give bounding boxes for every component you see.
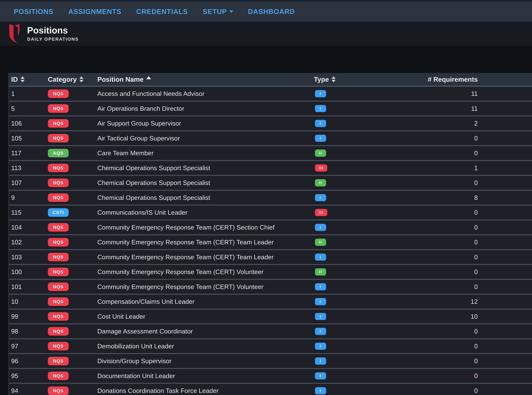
column-header-id[interactable]: ID [9, 76, 46, 83]
category-badge: NQS [48, 223, 69, 231]
table-row[interactable]: 103 NQS Community Emergency Response Tea… [9, 250, 532, 265]
page-title-block: Positions DAILY OPERATIONS [27, 26, 79, 42]
tab-label: POSITIONS [14, 8, 54, 16]
type-badge: I [315, 105, 326, 112]
tab-setup[interactable]: SETUP [195, 2, 241, 25]
cell-position-name: Demobilization Unit Leader [97, 342, 312, 350]
cell-partially-qualified: 0 [482, 164, 532, 172]
table-row[interactable]: 97 NQS Demobilization Unit Leader I 0 0 … [9, 339, 532, 354]
cell-partially-qualified: 0 [482, 179, 532, 187]
cell-requirements: 0 [376, 283, 482, 291]
cell-position-name: Community Emergency Response Team (CERT)… [97, 268, 312, 275]
cell-id: 1 [9, 90, 46, 97]
column-label: # Requirements [428, 76, 478, 83]
table-row[interactable]: 101 NQS Community Emergency Response Tea… [9, 280, 532, 295]
cell-partially-qualified: 0 [482, 357, 532, 365]
cell-requirements: 0 [376, 135, 482, 142]
cell-partially-qualified: 0 [482, 268, 532, 275]
category-badge: NQS [48, 386, 69, 395]
cell-id: 115 [9, 209, 46, 216]
cell-requirements: 0 [376, 224, 482, 231]
sort-icon [79, 76, 83, 82]
tab-dashboard[interactable]: DASHBOARD [241, 2, 302, 25]
tab-credentials[interactable]: CREDENTIALS [129, 2, 195, 25]
cell-partially-qualified: 0 [482, 253, 532, 261]
table-row[interactable]: 100 NQS Community Emergency Response Tea… [9, 265, 532, 280]
tab-assignments[interactable]: ASSIGNMENTS [61, 2, 129, 25]
sort-icon [21, 76, 25, 82]
type-badge: II [315, 268, 326, 275]
caret-down-icon [230, 11, 233, 13]
column-label: ID [11, 76, 18, 83]
cell-requirements: 8 [376, 194, 482, 201]
table-row[interactable]: 96 NQS Division/Group Supervisor I 0 0 0 [9, 354, 532, 369]
column-header-type[interactable]: Type [312, 76, 376, 83]
table-row[interactable]: 10 NQS Compensation/Claims Unit Leader I… [9, 295, 532, 310]
cell-id: 107 [9, 179, 46, 187]
type-badge: I [315, 387, 326, 394]
page-title: Positions [27, 26, 79, 35]
table-row[interactable]: 98 NQS Damage Assessment Coordinator I 0… [9, 324, 532, 339]
cell-partially-qualified: 0 [482, 372, 532, 379]
cell-partially-qualified: 0 [482, 238, 532, 246]
cell-partially-qualified: 7 [482, 105, 532, 112]
table-row[interactable]: 102 NQS Community Emergency Response Tea… [9, 235, 532, 250]
tab-label: SETUP [203, 8, 227, 16]
cell-id: 94 [9, 387, 46, 394]
cell-id: 10 [9, 298, 46, 305]
type-badge: I [315, 343, 326, 350]
window-top-strip [0, 0, 532, 2]
cell-id: 113 [9, 164, 46, 172]
cell-requirements: 11 [376, 90, 482, 97]
table-row[interactable]: 5 NQS Air Operations Branch Director I 1… [9, 102, 532, 117]
cell-id: 103 [9, 253, 46, 261]
cell-position-name: Community Emergency Response Team (CERT)… [97, 283, 312, 291]
type-badge: I [315, 357, 326, 365]
table-row[interactable]: 9 NQS Chemical Operations Support Specia… [9, 191, 532, 206]
table-row[interactable]: 95 NQS Documentation Unit Leader I 0 0 0 [9, 369, 532, 384]
cell-id: 101 [9, 283, 46, 291]
category-badge: NQS [48, 89, 69, 98]
table-row[interactable]: 1 NQS Access and Functional Needs Adviso… [9, 87, 532, 102]
cell-id: 96 [9, 357, 46, 365]
type-badge: I [315, 120, 326, 127]
type-badge: I [315, 135, 326, 142]
column-header-requirements: # Requirements [376, 76, 482, 83]
category-badge: NQS [48, 297, 69, 306]
table-row[interactable]: 105 NQS Air Tactical Group Supervisor I … [9, 131, 532, 146]
cell-position-name: Air Operations Branch Director [97, 105, 312, 112]
type-badge: I [315, 224, 326, 231]
table-row[interactable]: 99 NQS Cost Unit Leader I 10 6 2 [9, 310, 532, 324]
cell-partially-qualified: 9 [482, 90, 532, 97]
type-badge: II [315, 239, 326, 246]
cell-position-name: Community Emergency Response Team (CERT)… [97, 224, 312, 231]
cell-id: 100 [9, 268, 46, 275]
cell-position-name: Division/Group Supervisor [97, 357, 312, 365]
cell-requirements: 0 [376, 387, 482, 394]
table-row[interactable]: 94 NQS Donations Coordination Task Force… [9, 384, 532, 395]
column-header-position-name[interactable]: Position Name [97, 76, 312, 83]
sort-ascending-icon [146, 76, 151, 79]
category-badge: NQS [48, 164, 69, 172]
category-badge: NQS [48, 238, 69, 247]
table-row[interactable]: 117 AQS Care Team Member II 0 0 0 [9, 146, 532, 161]
cell-partially-qualified: 0 [482, 328, 532, 335]
cell-position-name: Cost Unit Leader [97, 313, 312, 320]
cell-position-name: Donations Coordination Task Force Leader [97, 387, 312, 394]
table-row[interactable]: 107 NQS Chemical Operations Support Spec… [9, 176, 532, 191]
table-row[interactable]: 106 NQS Air Support Group Supervisor I 2… [9, 116, 532, 131]
table-row[interactable]: 104 NQS Community Emergency Response Tea… [9, 220, 532, 236]
table-row[interactable]: 115 CSTI Communications/IS Unit Leader I… [9, 206, 532, 220]
column-header-category[interactable]: Category [46, 76, 97, 83]
cell-partially-qualified: 0 [482, 135, 532, 142]
category-badge: NQS [48, 253, 69, 261]
category-badge: NQS [48, 193, 69, 202]
sort-icon [332, 76, 336, 82]
table-row[interactable]: 113 NQS Chemical Operations Support Spec… [9, 161, 532, 176]
cell-requirements: 0 [376, 149, 482, 157]
type-badge: I [315, 372, 326, 379]
cell-id: 102 [9, 238, 46, 246]
tab-positions[interactable]: POSITIONS [6, 2, 61, 25]
cell-id: 98 [9, 328, 46, 335]
category-badge: NQS [48, 312, 69, 321]
